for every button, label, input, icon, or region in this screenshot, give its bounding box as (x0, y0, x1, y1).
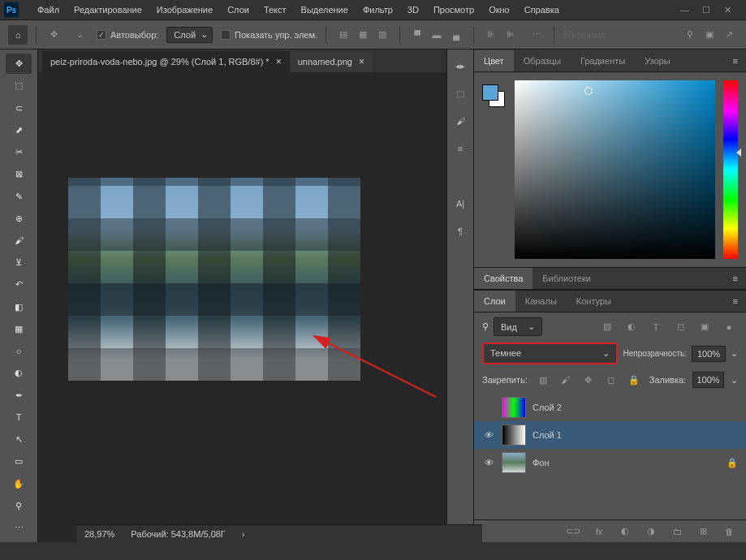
crop-tool[interactable]: ✂ (6, 142, 32, 162)
shape-tool[interactable]: ▭ (6, 451, 32, 472)
menu-окно[interactable]: Окно (482, 2, 516, 18)
healing-tool[interactable]: ⊕ (6, 209, 32, 229)
blur-tool[interactable]: ○ (6, 341, 32, 361)
panel-tab-Слои[interactable]: Слои (474, 291, 515, 312)
filter-type-icon[interactable]: T (647, 318, 665, 336)
menu-фильтр[interactable]: Фильтр (356, 2, 399, 18)
autoselect-checkbox[interactable]: ✓ Автовыбор: (97, 30, 158, 40)
foreground-swatch[interactable] (482, 84, 498, 101)
document-tab[interactable]: unnamed.png× (290, 51, 373, 72)
zoom-tool[interactable]: ⚲ (6, 496, 32, 516)
layer-thumbnail[interactable] (502, 397, 526, 418)
autoselect-target-dropdown[interactable]: Слой (166, 27, 213, 43)
lock-position-icon[interactable]: ✥ (580, 371, 597, 389)
filter-image-icon[interactable]: ▨ (598, 318, 616, 336)
panel-tab-Каналы[interactable]: Каналы (515, 291, 567, 312)
menu-просмотр[interactable]: Просмотр (427, 2, 481, 18)
tool-preset-dropdown[interactable]: ⌄ (71, 26, 88, 44)
lock-all-icon[interactable]: 🔒 (625, 371, 643, 389)
align-center-h-icon[interactable]: ▦ (354, 26, 372, 44)
panel-tab-Цвет[interactable]: Цвет (474, 50, 514, 71)
search-icon[interactable]: ⚲ (482, 321, 489, 332)
layer-name[interactable]: Фон (533, 458, 550, 467)
opacity-input[interactable]: 100% (692, 346, 726, 362)
history-brush-tool[interactable]: ↶ (6, 274, 32, 295)
layer-thumbnail[interactable] (502, 424, 526, 446)
hand-tool[interactable]: ✋ (6, 473, 32, 493)
distribute-h-icon[interactable]: ⊪ (482, 26, 500, 44)
layer-name[interactable]: Слой 2 (533, 403, 562, 412)
panel-tab-Свойства[interactable]: Свойства (474, 268, 533, 289)
layer-group-icon[interactable]: 🗀 (668, 523, 686, 541)
align-left-icon[interactable]: ▤ (334, 26, 352, 44)
link-layers-icon[interactable]: ⊂⊃ (564, 523, 582, 541)
dodge-tool[interactable]: ◐ (6, 363, 32, 383)
path-tool[interactable]: ↖ (6, 429, 32, 450)
layer-row[interactable]: 👁Слой 1 (474, 421, 746, 449)
frame-tool[interactable]: ⊠ (6, 164, 32, 184)
tab-close-icon[interactable]: × (359, 56, 364, 67)
type-tool[interactable]: T (6, 407, 32, 428)
align-right-icon[interactable]: ▥ (373, 26, 391, 44)
adjustment-layer-icon[interactable]: ◑ (642, 523, 660, 541)
menu-слои[interactable]: Слои (221, 2, 256, 18)
status-chevron[interactable]: › (242, 529, 245, 539)
brush-tool[interactable]: 🖌 (6, 230, 32, 251)
expand-dock-icon[interactable]: ◂▸ (452, 58, 468, 74)
menu-справка[interactable]: Справка (518, 2, 566, 18)
menu-текст[interactable]: Текст (257, 2, 293, 18)
fgbg-swatches[interactable] (482, 84, 507, 109)
visibility-toggle[interactable]: 👁 (482, 430, 495, 440)
opacity-chevron[interactable]: ⌄ (731, 348, 738, 359)
marquee-tool[interactable]: ⬚ (6, 75, 32, 96)
workspace-icon[interactable]: ▣ (701, 26, 718, 44)
paragraph-panel-icon[interactable]: ¶ (452, 223, 468, 239)
document-tab[interactable]: peiz-priroda-voda-nebo.jpg @ 29% (Слой 1… (42, 51, 290, 72)
lock-paint-icon[interactable]: 🖌 (557, 371, 575, 389)
fill-input[interactable]: 100% (692, 372, 724, 388)
home-button[interactable]: ⌂ (8, 25, 28, 45)
lock-transparency-icon[interactable]: ▨ (534, 371, 552, 389)
panel-tab-Библиотеки[interactable]: Библиотеки (533, 268, 601, 289)
minimize-button[interactable]: — (680, 5, 690, 15)
more-align-icon[interactable]: ⋯ (528, 26, 545, 44)
align-center-v-icon[interactable]: ▬ (428, 26, 446, 44)
hue-slider[interactable] (723, 80, 738, 259)
character-panel-icon[interactable]: A| (452, 196, 468, 212)
layers-panel-menu[interactable]: ≡ (725, 292, 746, 310)
layer-row[interactable]: 👁Фон🔒 (474, 449, 746, 476)
canvas-viewport[interactable] (38, 72, 446, 542)
move-tool[interactable]: ✥ (6, 54, 32, 74)
filter-toggle-icon[interactable]: ● (720, 318, 738, 336)
tab-close-icon[interactable]: × (276, 56, 282, 67)
panel-tab-Градиенты[interactable]: Градиенты (571, 50, 635, 71)
close-button[interactable]: ✕ (724, 5, 734, 15)
panel-tab-Узоры[interactable]: Узоры (635, 50, 679, 71)
menu-файл[interactable]: Файл (31, 2, 66, 18)
color-panel-menu[interactable]: ≡ (725, 52, 746, 70)
edit-toolbar[interactable]: ⋯ (6, 518, 32, 538)
align-bottom-icon[interactable]: ▄ (447, 26, 465, 44)
layer-row[interactable]: Слой 2 (474, 394, 746, 421)
filter-smart-icon[interactable]: ▣ (696, 318, 714, 336)
zoom-level[interactable]: 28,97% (84, 529, 114, 539)
brushes-panel-icon[interactable]: 🖌 (452, 113, 468, 129)
layer-filter-dropdown[interactable]: Вид⌄ (494, 317, 542, 336)
lock-artboard-icon[interactable]: ◻ (602, 371, 620, 389)
distribute-v-icon[interactable]: ⊫ (502, 26, 520, 44)
layer-name[interactable]: Слой 1 (533, 430, 562, 440)
props-panel-menu[interactable]: ≡ (725, 269, 746, 287)
filter-adjust-icon[interactable]: ◐ (623, 318, 640, 336)
delete-layer-icon[interactable]: 🗑 (720, 523, 738, 541)
show-controls-checkbox[interactable]: Показать упр. элем. (221, 30, 317, 40)
gradient-tool[interactable]: ▦ (6, 319, 32, 339)
maximize-button[interactable]: ☐ (702, 5, 712, 15)
filter-shape-icon[interactable]: ◻ (671, 318, 689, 336)
panel-tab-Образцы[interactable]: Образцы (514, 50, 571, 71)
align-top-icon[interactable]: ▀ (408, 26, 426, 44)
menu-3d[interactable]: 3D (401, 2, 425, 18)
layer-fx-icon[interactable]: fx (590, 523, 608, 541)
menu-выделение[interactable]: Выделение (295, 2, 355, 18)
share-icon[interactable]: ↗ (720, 26, 738, 44)
wand-tool[interactable]: ⬈ (6, 120, 32, 140)
